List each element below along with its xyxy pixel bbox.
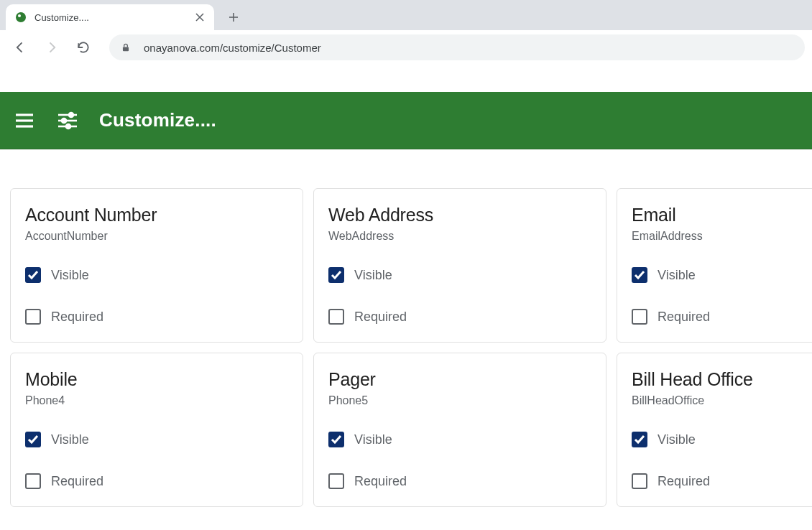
card-title: Account Number — [25, 205, 288, 226]
reload-button[interactable] — [70, 34, 96, 60]
required-checkbox[interactable] — [328, 473, 344, 489]
required-label: Required — [51, 310, 103, 325]
hamburger-menu-icon[interactable] — [13, 109, 36, 132]
visible-label: Visible — [354, 432, 392, 447]
card-subtitle: AccountNumber — [25, 230, 288, 243]
url-text: onayanova.com/customize/Customer — [144, 42, 321, 54]
required-label: Required — [354, 474, 407, 489]
checkbox-row-visible: Visible — [328, 267, 591, 283]
required-checkbox[interactable] — [328, 309, 344, 325]
checkbox-row-required: Required — [25, 473, 288, 489]
required-checkbox[interactable] — [632, 473, 647, 489]
svg-rect-6 — [123, 47, 129, 51]
close-tab-icon[interactable] — [194, 11, 206, 23]
checkbox-row-required: Required — [632, 309, 812, 325]
tab-title: Customize.... — [34, 12, 190, 23]
required-label: Required — [354, 310, 407, 325]
svg-point-0 — [16, 12, 26, 22]
lock-icon — [121, 42, 131, 52]
card-title: Bill Head Office — [632, 369, 812, 390]
visible-label: Visible — [354, 268, 392, 283]
required-checkbox[interactable] — [632, 309, 647, 325]
checkbox-row-visible: Visible — [632, 432, 812, 447]
field-card: MobilePhone4VisibleRequired — [10, 353, 303, 507]
browser-tab-strip: Customize.... — [0, 0, 812, 30]
sliders-icon[interactable] — [56, 109, 79, 132]
card-grid: Account NumberAccountNumberVisibleRequir… — [10, 188, 802, 507]
svg-point-11 — [69, 113, 73, 117]
visible-label: Visible — [658, 268, 696, 283]
back-button[interactable] — [7, 34, 33, 60]
field-card: Web AddressWebAddressVisibleRequired — [313, 188, 606, 343]
required-label: Required — [658, 474, 710, 489]
checkbox-row-required: Required — [328, 473, 591, 489]
required-checkbox[interactable] — [25, 309, 41, 325]
visible-label: Visible — [658, 432, 696, 447]
required-checkbox[interactable] — [25, 473, 41, 489]
browser-tab[interactable]: Customize.... — [6, 4, 214, 30]
card-subtitle: Phone5 — [328, 394, 591, 407]
required-label: Required — [658, 310, 710, 325]
address-bar[interactable]: onayanova.com/customize/Customer — [109, 34, 805, 60]
visible-checkbox[interactable] — [632, 267, 647, 283]
checkbox-row-required: Required — [632, 473, 812, 489]
visible-checkbox[interactable] — [328, 267, 344, 283]
main-content: Account NumberAccountNumberVisibleRequir… — [0, 149, 812, 507]
checkbox-row-visible: Visible — [632, 267, 812, 283]
card-title: Web Address — [328, 205, 591, 226]
visible-checkbox[interactable] — [328, 432, 344, 447]
required-label: Required — [51, 474, 103, 489]
field-card: PagerPhone5VisibleRequired — [313, 353, 606, 507]
browser-toolbar: onayanova.com/customize/Customer — [0, 30, 812, 65]
svg-point-13 — [62, 118, 66, 123]
checkbox-row-visible: Visible — [25, 432, 288, 447]
card-subtitle: EmailAddress — [632, 230, 812, 243]
field-card: Bill Head OfficeBillHeadOfficeVisibleReq… — [617, 353, 812, 507]
field-card: EmailEmailAddressVisibleRequired — [617, 188, 812, 343]
card-title: Pager — [328, 369, 591, 390]
visible-label: Visible — [51, 432, 89, 447]
forward-button[interactable] — [39, 34, 65, 60]
svg-point-1 — [18, 14, 21, 17]
card-subtitle: BillHeadOffice — [632, 394, 812, 407]
checkbox-row-visible: Visible — [25, 267, 288, 283]
app-header: Customize.... — [0, 92, 812, 149]
visible-checkbox[interactable] — [25, 267, 41, 283]
card-subtitle: Phone4 — [25, 394, 288, 407]
card-title: Email — [632, 205, 812, 226]
visible-checkbox[interactable] — [25, 432, 41, 447]
checkbox-row-visible: Visible — [328, 432, 591, 447]
card-subtitle: WebAddress — [328, 230, 591, 243]
page-title: Customize.... — [99, 109, 216, 131]
checkbox-row-required: Required — [328, 309, 591, 325]
svg-point-15 — [66, 124, 70, 129]
visible-label: Visible — [51, 268, 89, 283]
field-card: Account NumberAccountNumberVisibleRequir… — [10, 188, 303, 343]
new-tab-button[interactable] — [223, 6, 244, 28]
checkbox-row-required: Required — [25, 309, 288, 325]
visible-checkbox[interactable] — [632, 432, 647, 447]
card-title: Mobile — [25, 369, 288, 390]
favicon-icon — [14, 11, 27, 24]
